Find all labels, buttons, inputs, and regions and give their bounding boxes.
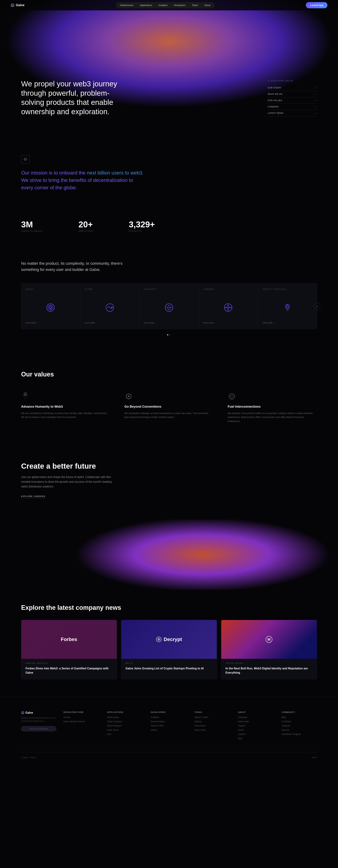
- nav-token[interactable]: Token: [189, 3, 201, 7]
- footer-link-careers-footer[interactable]: Careers: [238, 733, 275, 736]
- logo[interactable]: Galxe: [10, 3, 25, 7]
- footer-link-alva[interactable]: Alva: [107, 733, 144, 736]
- carousel-dot-1[interactable]: [167, 334, 168, 335]
- nav-analytics[interactable]: Analytics: [156, 3, 170, 7]
- stat-users: 3M USERS GLOBALLY: [21, 220, 43, 232]
- hero-nav-vision[interactable]: OUR VISION →: [268, 85, 317, 91]
- news-card-decrypt[interactable]: Decrypt MAY 22 Galxe Joins Growing List …: [121, 620, 217, 679]
- stat-users-label: USERS GLOBALLY: [21, 230, 43, 232]
- news-grid: Forbes GAMIFIED, IMPACTFUL Forbes Dives …: [21, 620, 317, 679]
- careers-title: Create a better future: [21, 462, 317, 470]
- svg-point-13: [128, 396, 129, 397]
- product-label-identity: IDENTITY PROTOCOL: [263, 288, 287, 290]
- footer-link-blog[interactable]: Blog: [238, 737, 275, 740]
- product-explore-passport[interactable]: EXPLORE →: [144, 322, 157, 324]
- product-explore-identity[interactable]: EXPLORE →: [263, 322, 276, 324]
- product-explore-quest[interactable]: EXPLORE →: [26, 322, 39, 324]
- news-card-coinmarketcap[interactable]: M SPECIAL EDITION In the Next Bull Run, …: [221, 620, 317, 679]
- footer-tagline: Building the essential infrastructure fo…: [21, 716, 56, 722]
- footer-terms[interactable]: Terms: [312, 756, 317, 758]
- nav-about[interactable]: About: [202, 3, 213, 7]
- footer-link-github[interactable]: GitHub: [151, 729, 187, 731]
- decrypt-logo-icon: [156, 637, 162, 642]
- diamond-icon: [23, 157, 28, 162]
- value-item-2: Fuel Interconnections We prioritize cros…: [228, 392, 317, 423]
- launch-app-button[interactable]: Launch App: [306, 2, 328, 8]
- svg-text:Q: Q: [49, 305, 52, 309]
- arrow-icon: →: [315, 93, 317, 95]
- hero-content: We propel your web3 journey through powe…: [0, 79, 338, 137]
- svg-text:M: M: [268, 638, 271, 641]
- footer-link-governance[interactable]: Governance: [194, 724, 231, 727]
- nav-developers[interactable]: Developers: [171, 3, 189, 7]
- footer-link-staking[interactable]: Staking: [194, 720, 231, 723]
- product-explore-score[interactable]: EXPLORE →: [85, 322, 98, 324]
- footer-link-support[interactable]: Support: [238, 724, 275, 727]
- product-label-passport: PASSPORT: [144, 288, 156, 290]
- product-label-compass: COMPASS: [203, 288, 214, 290]
- footer-logo: Galxe: [21, 711, 56, 714]
- hero-nav-our-values[interactable]: OUR VALUES →: [268, 97, 317, 104]
- hero-nav-careers[interactable]: CAREERS →: [268, 104, 317, 110]
- footer-link-help-center[interactable]: Help Center: [238, 720, 275, 723]
- news-bg-gradient: [0, 519, 338, 590]
- careers-desc: Join our global team and shape the futur…: [21, 475, 116, 489]
- stat-projects-label: PROJECTS: [129, 230, 155, 232]
- footer-link-galxe-ai-sdk[interactable]: Galxe AI SDK: [151, 724, 187, 727]
- news-meta-forbes: GAMIFIED, IMPACTFUL: [26, 662, 112, 664]
- footer-link-company[interactable]: Company: [238, 716, 275, 718]
- footer-link-twitter[interactable]: X (Twitter): [282, 720, 317, 723]
- news-headline-coinmarketcap: In the Next Bull Run, Web3 Digital Ident…: [226, 666, 312, 675]
- footer-link-galxe-passport[interactable]: Galxe Passport: [107, 724, 144, 727]
- carousel-dot-2[interactable]: [170, 334, 171, 335]
- stat-employees: 20+ EMPLOYEES: [78, 220, 94, 232]
- hero-section: We propel your web3 journey through powe…: [0, 0, 338, 137]
- hero-nav-what-we-do[interactable]: WHAT WE DO →: [268, 91, 317, 97]
- footer-link-community-blog[interactable]: Blog: [282, 716, 317, 718]
- news-card-forbes[interactable]: Forbes GAMIFIED, IMPACTFUL Forbes Dives …: [21, 620, 117, 679]
- product-card-passport: PASSPORT EXPLORE →: [140, 283, 198, 329]
- explore-arrow-icon: →: [274, 322, 276, 324]
- hero-nav-latest-news[interactable]: LATEST NEWS →: [268, 110, 317, 116]
- news-meta-coinmarketcap: SPECIAL EDITION: [226, 662, 312, 664]
- value-item-0: Advance Humanity to Web3 We are committe…: [21, 392, 110, 423]
- footer-link-discord[interactable]: Discord: [282, 729, 317, 731]
- nav-infrastructure[interactable]: Infrastructure: [117, 3, 136, 7]
- mission-icon: [21, 155, 30, 163]
- footer-col-title-infrastructure: Infrastructure: [63, 711, 100, 713]
- footer-link-documentation[interactable]: Documentation: [151, 720, 187, 723]
- nav-applications[interactable]: Applications: [137, 3, 155, 7]
- product-label-score: SCORE: [85, 288, 93, 290]
- news-bg: [0, 519, 338, 590]
- passport-icon: [163, 302, 175, 314]
- coinmarketcap-logo: M: [266, 636, 272, 643]
- decrypt-logo: Decrypt: [156, 637, 182, 642]
- footer-link-galxe-compass[interactable]: Galxe Compass: [107, 720, 144, 723]
- footer-link-analytics[interactable]: Analytics: [151, 716, 187, 718]
- footer-link-identity-protocol[interactable]: Galxe Identity Protocol: [63, 720, 100, 723]
- news-thumb-decrypt: Decrypt: [121, 620, 217, 659]
- footer-link-telegram[interactable]: Telegram: [282, 724, 317, 727]
- footer-link-gravity[interactable]: Gravity: [63, 716, 100, 718]
- footer-link-contributor-program[interactable]: Contributor Program: [282, 733, 317, 736]
- footer-link-galxe-quest[interactable]: Galxe Quest: [107, 716, 144, 718]
- product-card-compass: COMPASS EXPLORE →: [199, 283, 258, 329]
- footer-link-galxe-score[interactable]: Galxe Score: [107, 729, 144, 731]
- product-icon-area-identity: [263, 297, 312, 318]
- footer-link-brand[interactable]: Brand: [238, 729, 275, 731]
- value-name-2: Fuel Interconnections: [228, 405, 317, 408]
- explore-careers-link[interactable]: EXPLORE CAREERS: [21, 495, 45, 498]
- footer-link-galxe-shop[interactable]: Galxe Shop: [194, 729, 231, 731]
- news-thumb-forbes: Forbes: [21, 620, 117, 659]
- footer-bottom: © Galxe · Privacy Terms: [21, 752, 317, 758]
- footer-link-about-token[interactable]: About G Token: [194, 716, 231, 718]
- news-thumb-coinmarketcap: M: [221, 620, 317, 659]
- explore-arrow-icon: →: [37, 322, 39, 324]
- values-grid: Advance Humanity to Web3 We are committe…: [21, 392, 317, 423]
- carousel-next-button[interactable]: ›: [314, 303, 320, 309]
- footer: Galxe Building the essential infrastruct…: [0, 697, 338, 766]
- logo-icon: [10, 3, 14, 7]
- mission-highlight2: next billion users to web3: [87, 170, 142, 176]
- product-explore-compass[interactable]: EXPLORE →: [203, 322, 216, 324]
- newsletter-signup-button[interactable]: Sign up to Newsletter: [21, 726, 56, 732]
